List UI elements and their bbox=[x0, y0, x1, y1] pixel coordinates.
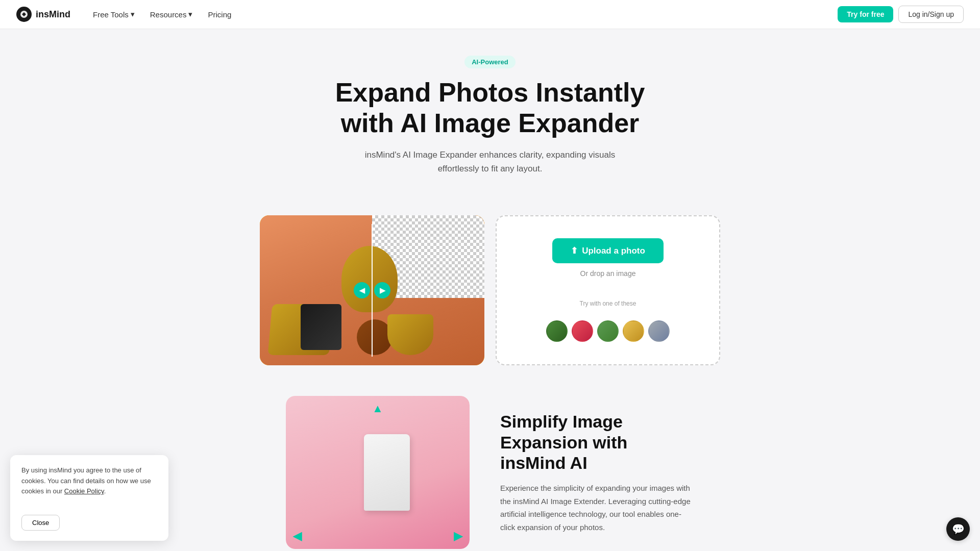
sample-label: Try with one of these bbox=[580, 300, 636, 307]
product-bag-5 bbox=[387, 314, 433, 355]
expand-arrow-left: ◀ bbox=[293, 530, 302, 543]
slider-right-arrow[interactable]: ▶ bbox=[374, 282, 390, 298]
demo-image-panel: ◀ ▶ bbox=[260, 215, 484, 365]
chevron-down-icon: ▾ bbox=[131, 10, 135, 19]
sample-image-4[interactable] bbox=[623, 320, 644, 342]
candle-product bbox=[364, 434, 410, 511]
ai-powered-badge: AI-Powered bbox=[464, 56, 516, 68]
chevron-down-icon: ▾ bbox=[188, 10, 192, 19]
logo-icon bbox=[16, 7, 32, 22]
product-background: ◀ ▶ bbox=[260, 215, 484, 365]
nav-resources[interactable]: Resources ▾ bbox=[144, 7, 199, 22]
hero-section: AI-Powered Expand Photos Instantly with … bbox=[0, 29, 980, 215]
expand-arrows-horizontal: ◀ ▶ bbox=[286, 530, 470, 543]
slider-arrows: ◀ ▶ bbox=[354, 282, 390, 298]
sample-image-5[interactable] bbox=[648, 320, 670, 342]
chat-icon: 💬 bbox=[952, 523, 965, 535]
chat-widget-button[interactable]: 💬 bbox=[946, 517, 970, 541]
nav-pricing[interactable]: Pricing bbox=[202, 7, 237, 22]
bottom-description: Experience the simplicity of expanding y… bbox=[500, 482, 694, 534]
try-for-free-button[interactable]: Try for free bbox=[838, 6, 893, 22]
cookie-banner: By using insMind you agree to the use of… bbox=[10, 455, 168, 541]
sample-image-1[interactable] bbox=[546, 320, 568, 342]
logo-text: insMind bbox=[36, 9, 70, 20]
nav-free-tools[interactable]: Free Tools ▾ bbox=[87, 7, 141, 22]
expand-demo-image: ▲ ◀ ▶ bbox=[286, 396, 470, 549]
demo-area: ◀ ▶ ⬆ Upload a photo Or drop an image Tr… bbox=[0, 215, 980, 396]
cookie-policy-link[interactable]: Cookie Policy bbox=[64, 487, 104, 495]
bottom-heading: Simplify Image Expansion with insMind AI bbox=[500, 411, 694, 473]
bottom-text-block: Simplify Image Expansion with insMind AI… bbox=[500, 411, 694, 534]
upload-panel: ⬆ Upload a photo Or drop an image Try wi… bbox=[496, 215, 720, 365]
navbar: insMind Free Tools ▾ Resources ▾ Pricing… bbox=[0, 0, 980, 29]
upload-photo-button[interactable]: ⬆ Upload a photo bbox=[552, 238, 664, 263]
slider-left-arrow[interactable]: ◀ bbox=[354, 282, 370, 298]
nav-right: Try for free Log in/Sign up bbox=[838, 6, 964, 23]
nav-links: Free Tools ▾ Resources ▾ Pricing bbox=[87, 7, 237, 22]
expand-arrow-right: ▶ bbox=[454, 530, 462, 543]
cookie-close-button[interactable]: Close bbox=[21, 515, 60, 531]
sample-image-3[interactable] bbox=[597, 320, 619, 342]
expand-arrow-up: ▲ bbox=[372, 402, 383, 415]
drop-label: Or drop an image bbox=[580, 269, 636, 278]
upload-icon: ⬆ bbox=[571, 245, 578, 256]
sample-image-2[interactable] bbox=[572, 320, 593, 342]
hero-subtitle: insMind's AI Image Expander enhances cla… bbox=[362, 148, 618, 176]
product-bag-2 bbox=[301, 304, 341, 350]
sample-images-row bbox=[546, 320, 670, 342]
hero-title: Expand Photos Instantly with AI Image Ex… bbox=[10, 78, 970, 139]
nav-left: insMind Free Tools ▾ Resources ▾ Pricing bbox=[16, 7, 237, 22]
product-bag-3 bbox=[341, 246, 398, 312]
login-signup-button[interactable]: Log in/Sign up bbox=[898, 6, 964, 23]
logo[interactable]: insMind bbox=[16, 7, 70, 22]
